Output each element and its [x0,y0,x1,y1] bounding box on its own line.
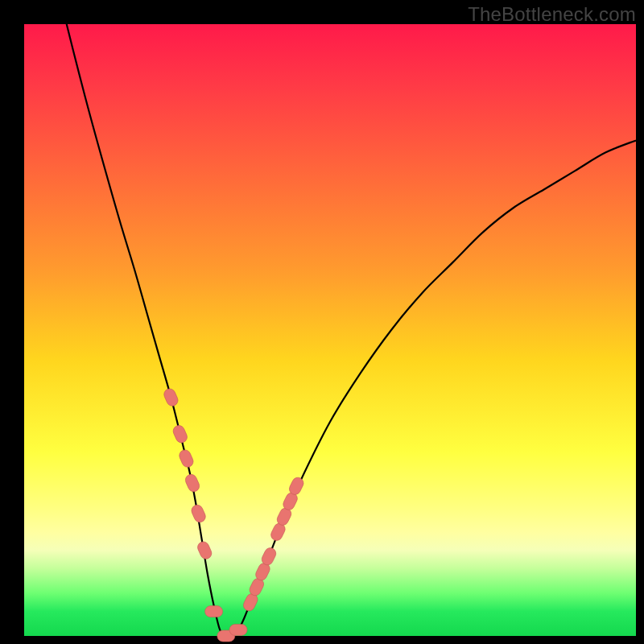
curve-marker [196,540,213,561]
watermark-label: TheBottleneck.com [468,3,636,26]
curve-marker [163,387,180,408]
curve-marker [178,448,196,469]
curve-marker [171,423,189,444]
curve-marker [184,473,201,493]
curve-markers [163,387,306,642]
bottleneck-curve [24,0,636,637]
curve-marker [229,624,247,635]
outer-frame: TheBottleneck.com [0,0,644,644]
curve-marker [205,606,223,617]
chart-overlay [24,24,636,636]
curve-marker [190,503,208,524]
